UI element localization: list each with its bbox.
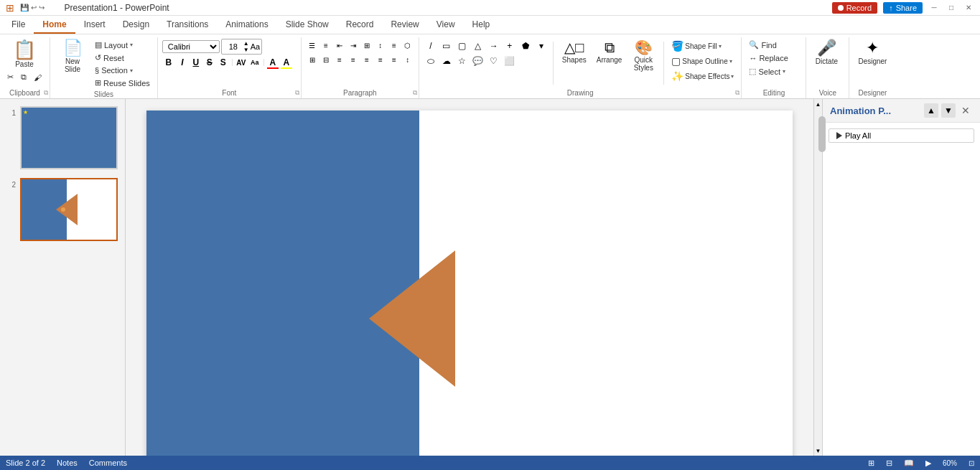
shape-arrow-icon[interactable]: →: [487, 39, 501, 53]
tab-design[interactable]: Design: [114, 17, 158, 34]
scroll-thumb[interactable]: [818, 116, 826, 152]
shape-chevron-icon[interactable]: ⬟: [518, 39, 533, 53]
slide-show-button[interactable]: ▶: [925, 459, 931, 468]
font-size-increase-button[interactable]: ▲: [243, 40, 249, 47]
underline-button[interactable]: U: [190, 56, 202, 69]
slide-thumb-1[interactable]: 1 ★: [6, 105, 119, 171]
shape-fill-button[interactable]: 🪣 Shape Fill ▾: [668, 39, 737, 53]
shape-outline-button[interactable]: ▢ Shape Outline ▾: [668, 54, 737, 68]
shape-cloud-icon[interactable]: ☁: [439, 54, 454, 68]
decrease-indent-button[interactable]: ⇤: [333, 39, 346, 52]
new-slide-button[interactable]: 📄 New Slide: [55, 39, 90, 75]
arrange-button[interactable]: ⧉ Arrange: [592, 39, 627, 65]
strikethrough-button[interactable]: S: [203, 56, 216, 69]
tab-record[interactable]: Record: [337, 17, 383, 34]
align-right2-button[interactable]: ≡: [388, 53, 401, 66]
tab-home[interactable]: Home: [34, 17, 75, 34]
shape-triangle-icon[interactable]: △: [471, 39, 485, 53]
justify-button[interactable]: ≡: [347, 53, 360, 66]
animation-panel-close-button[interactable]: ✕: [958, 103, 973, 118]
shape-star-icon[interactable]: ☆: [455, 54, 470, 68]
increase-indent-button[interactable]: ⇥: [347, 39, 360, 52]
section-button[interactable]: § Section ▾: [92, 65, 153, 76]
comments-button[interactable]: Comments: [89, 459, 127, 467]
align-center2-button[interactable]: ≡: [374, 53, 387, 66]
copy-button[interactable]: ⧉: [18, 71, 29, 83]
tab-transitions[interactable]: Transitions: [158, 17, 217, 34]
columns-button[interactable]: ⊞: [360, 39, 373, 52]
slide-triangle-shape[interactable]: [369, 250, 455, 387]
reading-view-button[interactable]: 📖: [904, 459, 914, 468]
clear-formatting-button[interactable]: Aa: [251, 42, 260, 51]
paste-button[interactable]: 📋 Paste: [9, 39, 40, 70]
drawing-expand-icon[interactable]: ⧉: [735, 89, 739, 97]
reset-button[interactable]: ↺ Reset: [92, 52, 153, 64]
close-button[interactable]: ✕: [963, 2, 974, 14]
tab-animations[interactable]: Animations: [217, 17, 276, 34]
align-left2-button[interactable]: ≡: [360, 53, 373, 66]
designer-button[interactable]: ✦ Designer: [854, 39, 891, 67]
bold-button[interactable]: B: [162, 56, 175, 69]
panel-scroll-up-button[interactable]: ▲: [924, 103, 938, 118]
highlight-color-button[interactable]: A: [280, 56, 293, 69]
play-all-button[interactable]: Play All: [829, 128, 974, 143]
change-case-button[interactable]: Aa: [248, 56, 261, 69]
shapes-button[interactable]: △□ Shapes: [558, 39, 591, 65]
format-painter-button[interactable]: 🖌: [31, 71, 45, 83]
slide-sorter-button[interactable]: ⊟: [886, 459, 892, 468]
panel-scroll-down-button[interactable]: ▼: [941, 103, 956, 118]
shape-oval-icon[interactable]: ⬭: [424, 54, 438, 68]
shape-rect-icon[interactable]: ▭: [439, 39, 454, 53]
numbering-button[interactable]: ≡: [319, 39, 332, 52]
shapes-dropdown-icon[interactable]: ▾: [534, 39, 549, 53]
replace-button[interactable]: ↔ Replace: [746, 52, 796, 64]
reuse-slides-button[interactable]: ⊞ Reuse Slides: [92, 77, 153, 89]
shape-rounded-rect-icon[interactable]: ▢: [455, 39, 470, 53]
clipboard-expand-icon[interactable]: ⧉: [44, 89, 48, 97]
align-left-button[interactable]: ⊞: [306, 53, 319, 66]
share-button[interactable]: ↑ Share: [883, 2, 923, 14]
smartart-button[interactable]: ⬡: [401, 39, 414, 52]
italic-button[interactable]: I: [176, 56, 189, 69]
line-spacing-button[interactable]: ↕: [401, 53, 414, 66]
character-spacing-button[interactable]: AV: [235, 56, 248, 69]
minimize-button[interactable]: ─: [928, 2, 940, 14]
select-button[interactable]: ⬚ Select ▾: [746, 65, 796, 77]
quick-styles-button[interactable]: 🎨 QuickStyles: [627, 39, 659, 73]
tab-review[interactable]: Review: [382, 17, 427, 34]
align-right-button[interactable]: ≡: [333, 53, 346, 66]
tab-help[interactable]: Help: [464, 17, 499, 34]
shape-effects-button[interactable]: ✨ Shape Effects ▾: [668, 69, 737, 83]
text-direction-button[interactable]: ↕: [374, 39, 387, 52]
font-size-decrease-button[interactable]: ▼: [243, 47, 249, 53]
shape-callout-icon[interactable]: 💬: [471, 54, 485, 68]
notes-button[interactable]: Notes: [57, 459, 78, 467]
dictate-button[interactable]: 🎤 Dictate: [811, 39, 842, 67]
zoom-fit-button[interactable]: ⊡: [969, 459, 974, 467]
shape-plus-icon[interactable]: +: [503, 39, 517, 53]
slide-2-thumbnail[interactable]: [20, 178, 118, 241]
tab-view[interactable]: View: [428, 17, 464, 34]
scroll-down-button[interactable]: ▼: [814, 446, 823, 456]
shape-heart-icon[interactable]: ♡: [487, 54, 501, 68]
layout-button[interactable]: ▤ Layout ▾: [92, 39, 153, 51]
bullets-button[interactable]: ☰: [306, 39, 319, 52]
record-button[interactable]: Record: [832, 2, 877, 14]
text-shadow-button[interactable]: S: [217, 56, 230, 69]
font-size-input[interactable]: [223, 42, 243, 51]
tab-file[interactable]: File: [3, 17, 34, 34]
align-center-button[interactable]: ⊟: [319, 53, 332, 66]
maximize-button[interactable]: □: [946, 2, 957, 14]
normal-view-button[interactable]: ⊞: [868, 459, 874, 468]
scroll-up-button[interactable]: ▲: [814, 99, 823, 109]
font-expand-icon[interactable]: ⧉: [295, 89, 299, 97]
paragraph-expand-icon[interactable]: ⧉: [413, 89, 417, 97]
align-text-button[interactable]: ≡: [388, 39, 401, 52]
tab-slideshow[interactable]: Slide Show: [277, 17, 337, 34]
shape-frame-icon[interactable]: ⬜: [503, 54, 517, 68]
shape-line-icon[interactable]: /: [424, 39, 438, 53]
slide-canvas[interactable]: [146, 111, 793, 456]
slide-thumb-2[interactable]: 2: [6, 177, 119, 243]
cut-button[interactable]: ✂: [4, 71, 17, 83]
find-button[interactable]: 🔍 Find: [746, 39, 796, 51]
